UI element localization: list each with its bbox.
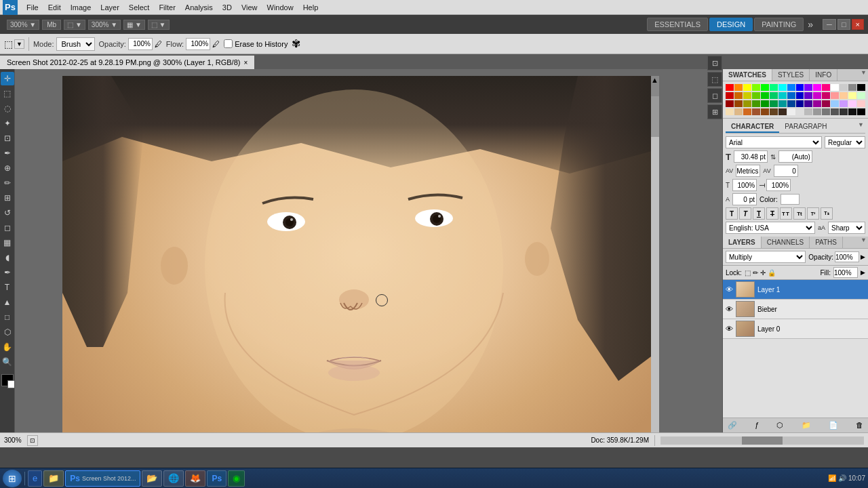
taskbar-ie[interactable]: e: [28, 470, 42, 487]
sw414[interactable]: [840, 108, 848, 115]
layer-item-layer0[interactable]: 👁 Layer 0: [723, 319, 868, 339]
menu-image[interactable]: Image: [66, 2, 96, 13]
stamp-tool[interactable]: ⊞: [1, 191, 14, 205]
gradient-tool[interactable]: ▦: [1, 236, 14, 249]
tab-layers[interactable]: LAYERS: [723, 237, 762, 248]
smallcaps-btn[interactable]: Tt: [793, 207, 806, 220]
opacity-input[interactable]: [128, 38, 153, 50]
dodge-tool[interactable]: ◖: [1, 251, 14, 264]
swatch-rose[interactable]: [822, 84, 830, 91]
menu-window[interactable]: Window: [262, 2, 298, 13]
background-color[interactable]: [7, 380, 16, 388]
sw49[interactable]: [796, 108, 804, 115]
workspace-more-icon[interactable]: »: [805, 19, 816, 30]
layer-item-bieber[interactable]: 👁 Bieber: [723, 300, 868, 319]
menu-3d[interactable]: 3D: [218, 2, 237, 13]
eraser-tool-left[interactable]: ◻: [1, 221, 14, 235]
sw48[interactable]: [787, 108, 795, 115]
swatch-ltgray[interactable]: [840, 84, 848, 91]
magic-wand-tool[interactable]: ✦: [1, 117, 14, 130]
sw415[interactable]: [848, 108, 856, 115]
allcaps-btn[interactable]: TT: [780, 207, 792, 220]
font-size-input[interactable]: [734, 150, 768, 163]
opacity-value-input[interactable]: [835, 251, 859, 262]
swatch-black[interactable]: [857, 84, 865, 91]
sw32[interactable]: [734, 100, 743, 107]
swatches-menu-btn[interactable]: ▼: [859, 69, 868, 81]
sw416[interactable]: [857, 108, 865, 115]
tracking-input[interactable]: [774, 165, 798, 177]
menu-file[interactable]: File: [22, 2, 43, 13]
sw42[interactable]: [734, 108, 743, 115]
tab-paths[interactable]: PATHS: [810, 237, 843, 248]
sw43[interactable]: [743, 108, 751, 115]
scrollbar-thumb[interactable]: [651, 96, 659, 137]
eraser-tool-icon[interactable]: ⬚: [4, 39, 13, 49]
swatch-dk-cyan[interactable]: [778, 92, 787, 99]
canvas-image[interactable]: [62, 76, 659, 432]
window-minimize[interactable]: ─: [823, 19, 836, 30]
sw315[interactable]: [848, 100, 856, 107]
swatch-blue[interactable]: [796, 84, 804, 91]
strikethrough-btn[interactable]: T: [766, 207, 778, 220]
layer1-visibility-toggle[interactable]: 👁: [726, 285, 733, 293]
window-close[interactable]: ×: [852, 19, 864, 30]
sw314[interactable]: [840, 100, 848, 107]
swatch-magenta[interactable]: [813, 84, 821, 91]
zoom-level-indicator[interactable]: 300% ▼: [7, 20, 39, 30]
screen-mode-btn[interactable]: ⬚ ▼: [64, 20, 85, 30]
mode-select[interactable]: Brush: [56, 37, 95, 51]
color-swatch[interactable]: [781, 194, 800, 205]
taskbar-ps[interactable]: Ps Screen Shot 2012...: [65, 470, 140, 487]
sw46[interactable]: [770, 108, 778, 115]
hand-tool[interactable]: ✋: [1, 340, 14, 354]
menu-view[interactable]: View: [237, 2, 262, 13]
layers-menu-btn[interactable]: ▼: [859, 237, 868, 248]
sw34[interactable]: [752, 100, 760, 107]
lasso-tool[interactable]: ◌: [1, 102, 14, 115]
tray-volume-icon[interactable]: 🔊: [838, 474, 846, 482]
taskbar-explorer[interactable]: 📁: [43, 470, 64, 487]
swatch-white[interactable]: [831, 84, 839, 91]
zoom-fit-btn[interactable]: ⊡: [27, 435, 38, 446]
sw38[interactable]: [787, 100, 795, 107]
lock-paint-icon[interactable]: ✏: [753, 269, 758, 277]
swatch-dk-orange[interactable]: [734, 92, 743, 99]
delete-layer-btn[interactable]: 🗑: [854, 420, 865, 430]
color-mode-btn[interactable]: Mb: [42, 20, 61, 30]
sw33[interactable]: [743, 100, 751, 107]
document-tab[interactable]: Screen Shot 2012-02-25 at 9.28.19 PM.png…: [0, 56, 255, 69]
add-mask-btn[interactable]: ⬡: [774, 420, 785, 430]
swatch-azure[interactable]: [787, 84, 795, 91]
menu-analysis[interactable]: Analysis: [180, 2, 218, 13]
menu-help[interactable]: Help: [298, 2, 323, 13]
pen-tool[interactable]: ✒: [1, 266, 14, 279]
swatch-dk-rose[interactable]: [822, 92, 830, 99]
menu-select[interactable]: Select: [124, 2, 155, 13]
swatch-green[interactable]: [761, 84, 769, 91]
tab-close-btn[interactable]: ×: [243, 59, 248, 66]
add-style-btn[interactable]: ƒ: [753, 420, 761, 430]
tab-channels[interactable]: CHANNELS: [762, 237, 810, 248]
erase-to-history-checkbox[interactable]: [224, 39, 233, 48]
menu-filter[interactable]: Filter: [154, 2, 180, 13]
superscript-btn[interactable]: T²: [807, 207, 819, 220]
extras-btn[interactable]: ⬚ ▼: [148, 20, 170, 30]
language-select[interactable]: English: USA: [726, 222, 815, 234]
font-style-select[interactable]: Regular: [825, 136, 865, 148]
h-scale-input[interactable]: [732, 179, 757, 191]
sw37[interactable]: [778, 100, 787, 107]
tab-swatches[interactable]: SWATCHES: [723, 69, 772, 81]
swatch-lt-red[interactable]: [831, 92, 839, 99]
sw312[interactable]: [822, 100, 830, 107]
start-button[interactable]: ⊞: [3, 470, 22, 487]
swatch-gray[interactable]: [848, 84, 856, 91]
path-tool[interactable]: ▲: [1, 296, 14, 309]
taskbar-firefox[interactable]: 🦊: [185, 470, 205, 487]
swatch-dk-yellow[interactable]: [743, 92, 751, 99]
link-layers-btn[interactable]: 🔗: [726, 420, 739, 430]
sw310[interactable]: [804, 100, 812, 107]
swatch-dk-blue[interactable]: [796, 92, 804, 99]
italic-btn[interactable]: T: [739, 207, 751, 220]
sw311[interactable]: [813, 100, 821, 107]
